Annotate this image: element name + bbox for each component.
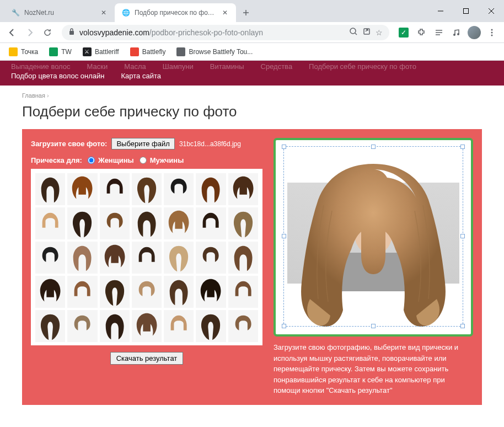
close-button[interactable] <box>479 0 504 22</box>
instructions-text: Загрузите свою фотографию, выберите вид … <box>274 342 473 396</box>
hair-thumbnail[interactable] <box>35 310 65 342</box>
resize-handle[interactable] <box>282 324 286 328</box>
hair-thumbnail[interactable] <box>132 276 162 308</box>
page-title: Подбери себе прическу по фото <box>0 99 504 129</box>
hair-thumbnail[interactable] <box>67 207 97 239</box>
gender-male-radio[interactable] <box>140 157 147 164</box>
nav-link[interactable]: Подбери себе прическу по фото <box>309 62 416 71</box>
hair-thumbnail[interactable] <box>228 242 258 274</box>
svg-point-2 <box>350 28 356 34</box>
hair-thumbnail[interactable] <box>100 310 130 342</box>
close-icon[interactable]: ✕ <box>99 8 108 17</box>
tab-noznet[interactable]: 🔧 NozNet.ru ✕ <box>4 3 115 22</box>
hair-thumbnail[interactable] <box>164 242 194 274</box>
nav-link[interactable]: Маски <box>87 62 108 71</box>
hair-thumbnail[interactable] <box>132 242 162 274</box>
back-button[interactable] <box>4 25 20 40</box>
resize-handle[interactable] <box>371 145 376 149</box>
hair-thumbnail[interactable] <box>132 310 162 342</box>
hair-thumbnail[interactable] <box>132 207 162 239</box>
hair-thumbnail[interactable] <box>100 207 130 239</box>
resize-handle[interactable] <box>460 145 465 149</box>
svg-point-5 <box>457 33 459 35</box>
svg-point-8 <box>491 34 493 36</box>
address-bar[interactable]: volosvypadenie.com/podbor-prichesok-po-f… <box>62 25 389 40</box>
hair-thumbnail[interactable] <box>228 207 258 239</box>
hair-thumbnail[interactable] <box>100 276 130 308</box>
hair-thumbnail[interactable] <box>196 173 226 205</box>
hair-thumbnail[interactable] <box>67 310 97 342</box>
tab-title: Подбор причесок по фото онла <box>135 9 216 17</box>
hair-thumbnail[interactable] <box>196 276 226 308</box>
selection-box[interactable] <box>283 146 463 327</box>
forward-button[interactable] <box>22 25 37 40</box>
hair-thumbnail[interactable] <box>196 242 226 274</box>
bookmark-battlefy[interactable]: Browse Battlefy Tou... <box>172 45 257 58</box>
reload-button[interactable] <box>40 25 55 40</box>
hair-thumbnail[interactable] <box>164 207 194 239</box>
resize-handle[interactable] <box>282 145 286 149</box>
hair-thumbnail[interactable] <box>35 276 65 308</box>
file-select-button[interactable]: Выберите файл <box>111 138 174 150</box>
hair-thumbnail[interactable] <box>100 242 130 274</box>
resize-handle[interactable] <box>282 234 286 238</box>
hair-thumbnail[interactable] <box>132 173 162 205</box>
hair-thumbnail[interactable] <box>35 207 65 239</box>
bookmark-battleriff[interactable]: ⚔Battleriff <box>78 45 124 58</box>
download-button[interactable]: Скачать результат <box>110 352 184 365</box>
lock-icon <box>68 28 75 37</box>
menu-icon[interactable] <box>484 25 500 40</box>
star-icon[interactable]: ☆ <box>376 28 383 37</box>
tab-hairstyle[interactable]: 🌐 Подбор причесок по фото онла ✕ <box>115 3 236 22</box>
hair-thumbnail[interactable] <box>196 310 226 342</box>
resize-handle[interactable] <box>460 324 465 328</box>
ext-music-icon[interactable] <box>449 25 464 40</box>
controls-column: Загрузите свое фото: Выберите файл 31bc1… <box>31 138 262 396</box>
nav-link[interactable]: Подбор цвета волос онлайн <box>11 72 105 80</box>
svg-rect-1 <box>69 31 74 35</box>
hair-thumbnail[interactable] <box>228 173 258 205</box>
hair-thumbnail[interactable] <box>164 173 194 205</box>
hairstyle-gallery[interactable] <box>31 169 262 345</box>
ext-check-icon[interactable]: ✓ <box>396 25 411 40</box>
extensions-icon[interactable] <box>414 25 429 40</box>
svg-point-7 <box>491 31 493 33</box>
resize-handle[interactable] <box>371 324 376 328</box>
share-icon[interactable] <box>362 27 371 38</box>
hair-thumbnail[interactable] <box>164 310 194 342</box>
nav-link[interactable]: Шампуни <box>163 62 194 71</box>
maximize-button[interactable] <box>453 0 479 22</box>
gender-female-radio[interactable] <box>88 157 95 164</box>
close-icon[interactable]: ✕ <box>221 8 229 17</box>
ext-list-icon[interactable] <box>431 25 447 40</box>
window-controls <box>428 0 504 22</box>
breadcrumb-home[interactable]: Главная <box>22 92 45 99</box>
hair-thumbnail[interactable] <box>196 207 226 239</box>
new-tab-button[interactable] <box>238 5 254 20</box>
nav-link[interactable]: Средства <box>261 62 293 71</box>
resize-handle[interactable] <box>460 234 465 238</box>
hair-thumbnail[interactable] <box>228 310 258 342</box>
nav-link[interactable]: Витамины <box>210 62 244 71</box>
bookmark-battlefly[interactable]: Battlefly <box>126 45 170 58</box>
search-icon[interactable] <box>349 27 358 38</box>
profile-avatar[interactable] <box>467 25 482 40</box>
bookmark-tochka[interactable]: Точка <box>4 45 42 58</box>
hair-thumbnail[interactable] <box>67 276 97 308</box>
hair-thumbnail[interactable] <box>164 276 194 308</box>
hair-thumbnail[interactable] <box>228 276 258 308</box>
hair-thumbnail[interactable] <box>67 242 97 274</box>
minimize-button[interactable] <box>428 0 453 22</box>
hair-thumbnail[interactable] <box>67 173 97 205</box>
nav-link[interactable]: Масла <box>124 62 146 71</box>
nav-link[interactable]: Выпадение волос <box>11 62 71 71</box>
hair-thumbnail[interactable] <box>35 242 65 274</box>
nav-link[interactable]: Карта сайта <box>121 72 161 80</box>
gender-row: Прическа для: Женщины Мужчины <box>31 156 262 164</box>
bookmark-tw[interactable]: TW <box>45 45 76 58</box>
preview-canvas[interactable] <box>274 138 473 337</box>
wrench-icon: 🔧 <box>11 8 20 17</box>
hair-thumbnail[interactable] <box>35 173 65 205</box>
gender-label: Прическа для: <box>31 156 82 164</box>
hair-thumbnail[interactable] <box>100 173 130 205</box>
